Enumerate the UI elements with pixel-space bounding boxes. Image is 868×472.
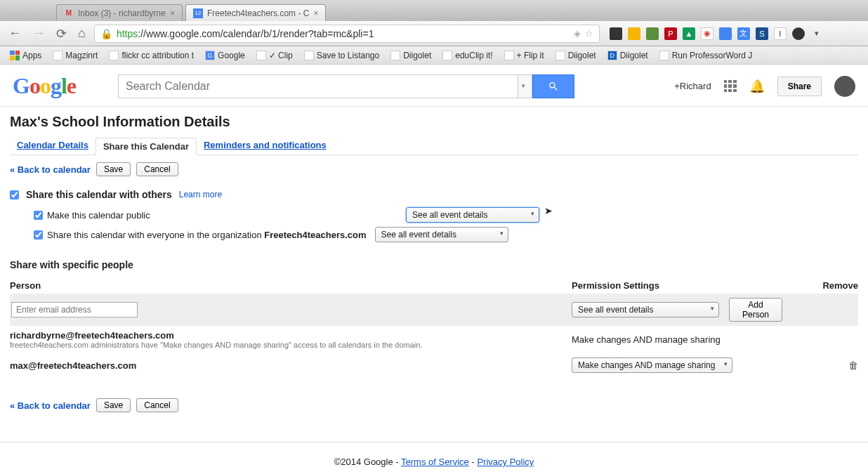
col-remove: Remove [782, 280, 858, 291]
ext-icon[interactable]: I [774, 27, 787, 40]
share-button[interactable]: Share [777, 77, 822, 96]
browser-tab-strip: M Inbox (3) - richardbyrne × 12 Freetech… [0, 1, 868, 21]
ext-icon[interactable] [646, 27, 659, 40]
share-org-checkbox[interactable] [34, 230, 43, 240]
back-button[interactable]: ← [6, 25, 24, 42]
tab-calendar-details[interactable]: Calendar Details [10, 137, 96, 155]
public-detail-select[interactable]: See all event details ➤ [406, 207, 539, 223]
top-action-row: « Back to calendar Save Cancel [10, 162, 858, 176]
tab-title: Inbox (3) - richardbyrne [78, 8, 166, 18]
browser-tab-gmail[interactable]: M Inbox (3) - richardbyrne × [56, 4, 183, 21]
bookmark-item[interactable]: Magzinrt [48, 49, 102, 62]
tab-reminders[interactable]: Reminders and notifications [197, 137, 334, 155]
learn-more-link[interactable]: Learn more [179, 190, 222, 199]
make-public-checkbox[interactable] [34, 211, 43, 220]
ext-icon[interactable] [792, 27, 805, 40]
tab-share-calendar[interactable]: Share this Calendar [96, 138, 197, 155]
bookmark-item[interactable]: GGoogle [201, 49, 249, 62]
email-input[interactable] [11, 302, 138, 317]
bottom-action-row: « Back to calendar Save Cancel [10, 398, 858, 412]
permission-text: Make changes AND manage sharing [572, 334, 721, 345]
close-icon[interactable]: × [313, 8, 318, 18]
google-logo[interactable]: Google [13, 73, 76, 99]
ext-icon[interactable]: ◉ [701, 27, 714, 40]
ext-icon[interactable] [628, 27, 640, 40]
forward-button[interactable]: → [29, 25, 48, 42]
translate-icon[interactable]: 文 [737, 27, 750, 40]
bookmark-item[interactable]: eduClip it! [438, 49, 497, 62]
col-permission: Permission Settings [572, 280, 782, 291]
cancel-button[interactable]: Cancel [136, 398, 178, 412]
share-org-label: Share this calendar with everyone in the… [47, 230, 367, 240]
make-public-row: Make this calendar public See all event … [34, 207, 858, 223]
notifications-icon[interactable]: 🔔 [749, 79, 765, 94]
person-row-max: max@freetech4teachers.com Make changes A… [10, 353, 858, 377]
bookmark-item[interactable]: Diigolet [551, 49, 600, 62]
bookmark-item[interactable]: Run ProfessorWord J [655, 49, 757, 62]
save-button[interactable]: Save [96, 398, 131, 412]
pinterest-icon[interactable]: P [664, 27, 677, 40]
save-button[interactable]: Save [96, 162, 131, 176]
privacy-link[interactable]: Privacy Policy [477, 457, 534, 467]
browser-nav-bar: ← → ⟳ ⌂ 🔒 https://www.google.com/calenda… [0, 21, 868, 46]
reload-button[interactable]: ⟳ [53, 25, 70, 43]
bookmark-item[interactable]: Save to Listango [300, 49, 383, 62]
calendar-icon: 12 [193, 8, 203, 18]
person-email: richardbyrne@freetech4teachers.com [10, 330, 572, 341]
person-row-admin: richardbyrne@freetech4teachers.com freet… [10, 326, 858, 353]
trash-icon[interactable]: 🗑 [848, 360, 858, 371]
cancel-button[interactable]: Cancel [136, 162, 178, 176]
extension-icons: P ▲ ◉ 文 S I ▾ [610, 27, 823, 40]
apps-shortcut[interactable]: Apps [6, 49, 46, 62]
org-detail-select[interactable]: See all event details [375, 227, 508, 242]
header-right: +Richard 🔔 Share [674, 76, 855, 97]
bookmark-star-icon[interactable]: ☆ [585, 28, 593, 39]
bookmark-item[interactable]: + Flip it [500, 49, 548, 62]
tab-title: Freetech4teachers.com - C [207, 8, 309, 18]
bookmark-bar: Apps Magzinrt flickr cc attribution t GG… [0, 46, 868, 65]
calendar-search [118, 74, 574, 98]
close-icon[interactable]: × [170, 8, 175, 18]
person-email: max@freetech4teachers.com [10, 360, 572, 371]
url-text: https://www.google.com/calendar/b/1/rend… [117, 28, 374, 39]
bookmark-item[interactable]: flickr cc attribution t [105, 49, 198, 62]
back-to-calendar-link[interactable]: « Back to calendar [10, 400, 91, 411]
drive-icon[interactable]: ▲ [683, 27, 695, 40]
bookmark-item[interactable]: Diigolet [386, 49, 435, 62]
ext-icon[interactable]: S [756, 27, 768, 40]
menu-icon[interactable]: ▾ [810, 27, 823, 40]
url-bar[interactable]: 🔒 https://www.google.com/calendar/b/1/re… [94, 25, 600, 43]
add-person-button[interactable]: Add Person [729, 298, 782, 322]
cursor-icon: ➤ [544, 205, 553, 216]
col-person: Person [10, 280, 572, 291]
share-others-checkbox[interactable] [10, 190, 19, 199]
share-others-title: Share this calendar with others [26, 189, 172, 200]
share-org-row: Share this calendar with everyone in the… [34, 227, 858, 242]
user-link[interactable]: +Richard [674, 81, 711, 91]
search-input[interactable] [118, 74, 518, 98]
apps-grid-icon[interactable] [724, 80, 737, 93]
person-sub: freetech4teachers.com administrators hav… [10, 341, 572, 349]
permission-select[interactable]: Make changes AND manage sharing [572, 358, 732, 373]
back-to-calendar-link[interactable]: « Back to calendar [10, 164, 91, 175]
home-button[interactable]: ⌂ [75, 25, 88, 42]
page-action-icon[interactable]: ◈ [574, 28, 581, 39]
search-dropdown-toggle[interactable] [518, 74, 532, 98]
make-public-label: Make this calendar public [47, 210, 150, 221]
bookmark-item[interactable]: DDiigolet [603, 49, 652, 62]
share-others-heading: Share this calendar with others Learn mo… [10, 189, 858, 200]
ext-icon[interactable] [719, 27, 732, 40]
people-table-header: Person Permission Settings Remove [10, 277, 858, 294]
browser-tab-calendar[interactable]: 12 Freetech4teachers.com - C × [185, 4, 326, 21]
page-footer: ©2014 Google - Terms of Service - Privac… [0, 442, 868, 472]
bookmark-item[interactable]: ✓ Clip [252, 49, 297, 62]
google-header: Google +Richard 🔔 Share [0, 65, 868, 107]
ext-icon[interactable] [610, 27, 622, 40]
new-person-permission-select[interactable]: See all event details [572, 302, 719, 317]
page-content: Max's School Information Details Calenda… [0, 107, 868, 432]
lock-icon: 🔒 [100, 28, 112, 39]
share-specific-title: Share with specific people [10, 259, 858, 270]
terms-link[interactable]: Terms of Service [401, 457, 469, 467]
search-button[interactable] [532, 74, 574, 98]
avatar[interactable] [834, 76, 855, 97]
